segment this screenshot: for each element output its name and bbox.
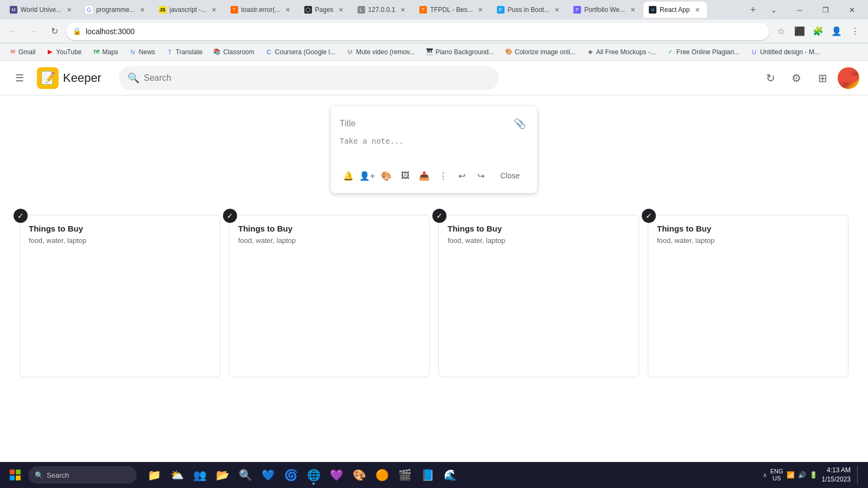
- cast-btn[interactable]: ⬛: [791, 23, 808, 40]
- taskbar-app-word[interactable]: 📘: [417, 464, 438, 486]
- hamburger-button[interactable]: ☰: [9, 67, 30, 89]
- bookmark-coursera[interactable]: C Coursera (Google l...: [261, 46, 340, 58]
- reload-button[interactable]: ↻: [46, 23, 63, 40]
- bookmark-mute-video[interactable]: M Mute video (remov...: [342, 46, 419, 58]
- bookmark-translate[interactable]: T Translate: [162, 46, 207, 58]
- tab-close-github-pages[interactable]: ✕: [337, 5, 346, 14]
- taskbar-app-vscode[interactable]: 💙: [257, 464, 279, 486]
- tab-close-toastr[interactable]: ✕: [284, 5, 292, 14]
- taskbar-search-box[interactable]: 🔍 Search: [28, 466, 137, 484]
- avatar-button[interactable]: [838, 67, 859, 89]
- taskbar-app-chrome[interactable]: 🌐: [303, 464, 324, 486]
- bookmark-piano[interactable]: 🎹 Piano Background...: [422, 46, 499, 58]
- taskbar-wifi-icon[interactable]: 📶: [787, 471, 795, 479]
- bookmark-colorize[interactable]: 🎨 Colorize image onli...: [501, 46, 580, 58]
- taskbar-app-weather[interactable]: ⛅: [166, 464, 188, 486]
- remind-button[interactable]: 🔔: [340, 167, 356, 184]
- start-button[interactable]: [4, 464, 26, 486]
- tab-close-world-univ[interactable]: ✕: [65, 5, 73, 14]
- taskbar-volume-icon[interactable]: 🔊: [798, 471, 806, 479]
- tab-close-localhost[interactable]: ✕: [399, 5, 407, 14]
- bookmark-plagiarism[interactable]: ✓ Free Online Plagiari...: [662, 46, 744, 58]
- archive-button[interactable]: 📥: [416, 167, 432, 184]
- note-close-button[interactable]: Close: [492, 168, 528, 183]
- taskbar-battery-icon[interactable]: 🔋: [809, 471, 818, 479]
- grid-view-button[interactable]: ⊞: [812, 67, 833, 89]
- tab-react-app[interactable]: ⚛ React App ✕: [643, 2, 707, 18]
- search-bar[interactable]: 🔍: [119, 66, 499, 90]
- taskbar-app-video-maker[interactable]: 🎬: [394, 464, 416, 486]
- collaborator-button[interactable]: 👤+: [359, 167, 375, 184]
- more-options-btn[interactable]: ⋮: [846, 23, 864, 40]
- tab-javascript[interactable]: JS javascript -... ✕: [154, 2, 224, 18]
- tab-close-javascript[interactable]: ✕: [210, 5, 219, 14]
- redo-button[interactable]: ↪: [473, 167, 489, 184]
- bookmark-youtube[interactable]: ▶ YouTube: [42, 46, 86, 58]
- note-body-input[interactable]: [340, 137, 528, 158]
- tab-close-puss[interactable]: ✕: [553, 5, 561, 14]
- taskbar-app-teams[interactable]: 👥: [189, 464, 210, 486]
- show-desktop-button[interactable]: [857, 466, 859, 484]
- bookmark-free-mockups[interactable]: ◈ All Free Mockups -...: [582, 46, 660, 58]
- taskbar-clock[interactable]: 4:13 AM 1/15/2023: [822, 466, 851, 484]
- tab-close-google-prog[interactable]: ✕: [138, 5, 147, 14]
- note-check-note1[interactable]: ✓: [14, 209, 28, 223]
- pin-button[interactable]: 📎: [511, 115, 528, 132]
- note-card-note4[interactable]: ✓ Things to Buy food, water, laptop: [648, 215, 848, 377]
- undo-button[interactable]: ↩: [454, 167, 470, 184]
- bookmark-news[interactable]: N News: [125, 46, 159, 58]
- tab-close-tfpdl[interactable]: ✕: [476, 5, 485, 14]
- tab-close-portfolio[interactable]: ✕: [628, 5, 637, 14]
- image-button[interactable]: 🖼: [397, 167, 413, 184]
- note-card-note3[interactable]: ✓ Things to Buy food, water, laptop: [438, 215, 639, 377]
- note-card-note1[interactable]: ✓ Things to Buy food, water, laptop: [20, 215, 220, 377]
- taskbar-chevron-icon[interactable]: ∧: [763, 472, 767, 479]
- taskbar-app-file-manager[interactable]: 📂: [212, 464, 233, 486]
- background-button[interactable]: 🎨: [378, 167, 394, 184]
- search-input[interactable]: [144, 73, 490, 83]
- bookmark-star-btn[interactable]: ☆: [773, 23, 790, 40]
- note-title-input[interactable]: [340, 119, 511, 129]
- taskbar-app-search-taskbar[interactable]: 🔍: [234, 464, 256, 486]
- settings-button[interactable]: ⚙: [786, 67, 807, 89]
- bookmark-gmail[interactable]: ✉ Gmail: [4, 46, 40, 58]
- taskbar-app-file-explorer[interactable]: 📁: [143, 464, 165, 486]
- taskbar-app-edge-dev[interactable]: 🌀: [280, 464, 302, 486]
- windows-logo: [10, 470, 21, 480]
- bookmark-classroom[interactable]: 📚 Classroom: [209, 46, 258, 58]
- note-check-note2[interactable]: ✓: [223, 209, 237, 223]
- tab-close-react-app[interactable]: ✕: [693, 5, 701, 14]
- note-check-note4[interactable]: ✓: [642, 209, 656, 223]
- tab-portfolio[interactable]: P Portfolio We... ✕: [568, 2, 642, 18]
- tab-localhost[interactable]: L 127.0.0.1 ✕: [352, 2, 413, 18]
- tab-google-prog[interactable]: G programme... ✕: [80, 2, 152, 18]
- more-button[interactable]: ⋮: [435, 167, 451, 184]
- back-button[interactable]: ←: [4, 23, 22, 40]
- refresh-button[interactable]: ↻: [760, 67, 781, 89]
- forward-button[interactable]: →: [25, 23, 42, 40]
- address-input[interactable]: [66, 23, 769, 40]
- taskbar-app-ubuntu[interactable]: 🟠: [371, 464, 393, 486]
- close-btn[interactable]: ✕: [840, 0, 864, 20]
- tab-search-btn[interactable]: ⌄: [762, 0, 786, 20]
- taskbar-app-vs-purple[interactable]: 💜: [326, 464, 347, 486]
- restore-btn[interactable]: ❐: [814, 0, 838, 20]
- note-title-note3: Things to Buy: [448, 224, 630, 233]
- tab-toastr[interactable]: T toastr.error(... ✕: [225, 2, 298, 18]
- tab-github-pages[interactable]: ⬡ Pages ✕: [299, 2, 351, 18]
- extensions-btn[interactable]: 🧩: [809, 23, 827, 40]
- tab-label-react-app: React App: [660, 6, 690, 14]
- bookmark-maps[interactable]: 🗺 Maps: [88, 46, 123, 58]
- tab-tfpdl[interactable]: T TFPDL - Bes... ✕: [414, 2, 490, 18]
- minimize-btn[interactable]: ─: [788, 0, 812, 20]
- note-check-note3[interactable]: ✓: [432, 209, 446, 223]
- note-card-note2[interactable]: ✓ Things to Buy food, water, laptop: [229, 215, 430, 377]
- profile-btn[interactable]: 👤: [828, 23, 845, 40]
- tab-label-puss: Puss in Boot...: [508, 6, 550, 14]
- new-tab-button[interactable]: +: [745, 2, 761, 17]
- taskbar-app-figma[interactable]: 🎨: [348, 464, 370, 486]
- tab-puss[interactable]: P Puss in Boot... ✕: [492, 2, 567, 18]
- bookmark-untitled[interactable]: U Untitled design - M...: [746, 46, 824, 58]
- taskbar-app-edge2[interactable]: 🌊: [439, 464, 461, 486]
- tab-world-univ[interactable]: M World Unive... ✕: [4, 2, 79, 18]
